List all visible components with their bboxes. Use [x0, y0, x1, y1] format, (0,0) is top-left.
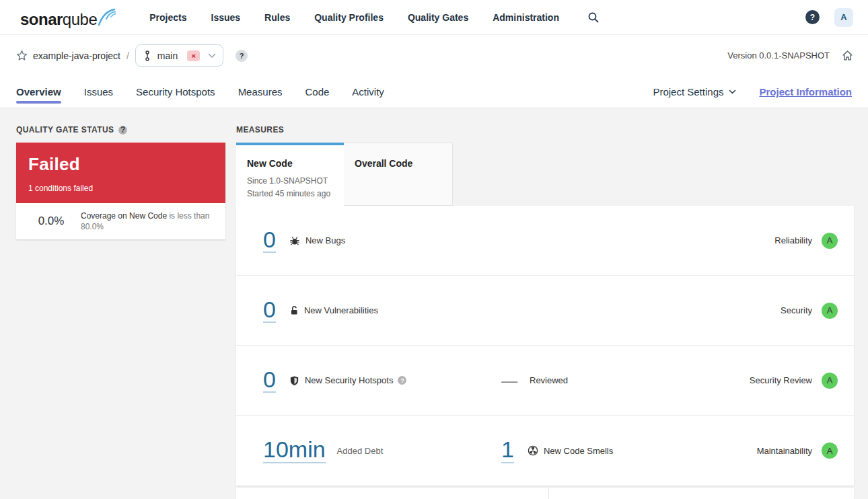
nav-item-quality-profiles[interactable]: Quality Profiles	[314, 12, 384, 23]
overview-content: QUALITY GATE STATUS ? Failed 1 condition…	[0, 108, 868, 499]
measure-row-security-review: 0 New Security Hotspots ? — Reviewed	[236, 346, 854, 416]
project-settings-label: Project Settings	[653, 86, 723, 98]
reliability-label: Reliability	[774, 235, 812, 245]
measures-panel: 0 New Bugs Reliability A	[236, 206, 854, 486]
condition-metric: Coverage on New Code	[81, 211, 167, 221]
breadcrumb-separator: /	[126, 50, 129, 61]
nav-item-quality-gates[interactable]: Quality Gates	[408, 12, 468, 23]
measure-row-reliability: 0 New Bugs Reliability A	[236, 206, 854, 276]
quality-gate-condition-row[interactable]: 0.0% Coverage on New Code is less than 8…	[16, 203, 225, 239]
measures-section: MEASURES New Code Since 1.0-SNAPSHOT Sta…	[236, 125, 854, 499]
logo-wordmark: sonarqube	[20, 7, 97, 28]
tab-security-hotspots[interactable]: Security Hotspots	[136, 76, 215, 108]
quality-gate-section: QUALITY GATE STATUS ? Failed 1 condition…	[13, 125, 225, 239]
condition-value: 0.0%	[26, 215, 77, 228]
security-rating-badge: A	[822, 303, 838, 319]
reviewed-label: Reviewed	[530, 375, 568, 385]
security-review-rating-badge: A	[822, 373, 838, 389]
new-code-smells-count-link[interactable]: 1	[501, 438, 514, 463]
next-section-panels	[236, 488, 854, 499]
branch-icon	[144, 50, 151, 62]
reliability-rating-badge: A	[822, 233, 838, 249]
new-code-smells-label: New Code Smells	[544, 446, 613, 456]
project-settings-dropdown[interactable]: Project Settings	[653, 86, 736, 98]
quality-gate-summary: 1 conditions failed	[28, 184, 213, 193]
nav-item-projects[interactable]: Projects	[149, 12, 186, 23]
quality-gate-help-icon[interactable]: ?	[118, 126, 127, 135]
security-review-label: Security Review	[750, 375, 812, 385]
tab-measures[interactable]: Measures	[238, 76, 283, 108]
bug-icon	[289, 235, 300, 246]
nav-menu: Projects Issues Rules Quality Profiles Q…	[149, 12, 559, 23]
shield-icon	[289, 375, 299, 386]
project-version: Version 0.0.1-SNAPSHOT	[727, 50, 830, 61]
new-security-hotspots-count-link[interactable]: 0	[263, 368, 276, 393]
tab-overall-code[interactable]: Overall Code	[344, 143, 453, 206]
nav-item-issues[interactable]: Issues	[211, 12, 241, 23]
sonarqube-logo[interactable]: sonarqube	[20, 7, 116, 28]
new-code-tab-subtext: Since 1.0-SNAPSHOT Started 45 minutes ag…	[247, 175, 333, 200]
user-avatar[interactable]: A	[834, 8, 853, 27]
project-information-link[interactable]: Project Information	[759, 86, 852, 98]
new-bugs-count-link[interactable]: 0	[263, 228, 276, 254]
overall-code-tab-label: Overall Code	[355, 158, 441, 169]
quality-gate-title: QUALITY GATE STATUS	[16, 125, 114, 135]
nav-right-group: ? A	[805, 8, 853, 27]
security-label: Security	[781, 305, 812, 315]
measures-tabs: New Code Since 1.0-SNAPSHOT Started 45 m…	[236, 143, 854, 206]
nav-item-rules[interactable]: Rules	[264, 12, 290, 23]
breadcrumb-bar: example-java-project / main × ? Version …	[0, 35, 868, 76]
code-smell-icon	[528, 445, 538, 456]
branch-help-icon[interactable]: ?	[236, 50, 248, 62]
added-debt-link[interactable]: 10min	[263, 438, 326, 463]
branch-name: main	[157, 50, 178, 61]
tab-code[interactable]: Code	[305, 76, 329, 108]
tab-issues[interactable]: Issues	[84, 76, 113, 108]
search-icon[interactable]	[587, 11, 600, 24]
project-name-link[interactable]: example-java-project	[33, 50, 120, 61]
reviewed-dash: —	[501, 373, 517, 389]
tabbar-right-group: Project Settings Project Information	[653, 86, 852, 98]
maintainability-rating-badge: A	[822, 443, 838, 459]
project-tabs: Overview Issues Security Hotspots Measur…	[16, 76, 384, 108]
new-security-hotspots-label: New Security Hotspots	[305, 375, 394, 385]
new-bugs-label: New Bugs	[305, 235, 345, 245]
nav-item-administration[interactable]: Administration	[493, 12, 559, 23]
quality-gate-status: Failed	[28, 154, 213, 175]
tab-overview[interactable]: Overview	[16, 76, 61, 108]
maintainability-label: Maintainability	[757, 446, 812, 456]
added-debt-label: Added Debt	[337, 446, 384, 456]
tab-new-code[interactable]: New Code Since 1.0-SNAPSHOT Started 45 m…	[236, 143, 344, 206]
branch-selector[interactable]: main ×	[135, 44, 223, 67]
home-icon[interactable]	[842, 50, 853, 61]
measure-row-security: 0 New Vulnerabilities Security A	[236, 276, 854, 346]
measures-title: MEASURES	[236, 125, 284, 135]
help-icon[interactable]: ?	[805, 10, 820, 24]
branch-clear-icon[interactable]: ×	[187, 50, 200, 61]
condition-description: Coverage on New Code is less than 80.0%	[77, 210, 216, 232]
new-vulnerabilities-count-link[interactable]: 0	[263, 298, 276, 323]
branch-chevron-down-icon	[208, 53, 216, 59]
breadcrumb: example-java-project / main × ?	[16, 44, 248, 67]
duplications-panel-partial	[549, 488, 854, 499]
project-tabbar: Overview Issues Security Hotspots Measur…	[0, 76, 868, 108]
open-lock-icon	[289, 305, 299, 316]
breadcrumb-right-group: Version 0.0.1-SNAPSHOT	[727, 50, 853, 61]
tab-activity[interactable]: Activity	[352, 76, 384, 108]
quality-gate-status-banner: Failed 1 conditions failed	[16, 143, 225, 203]
logo-swoosh-icon	[98, 7, 116, 28]
favorite-star-icon[interactable]	[16, 50, 28, 61]
measure-row-maintainability: 10min Added Debt 1 New Code Smells	[236, 416, 854, 486]
chevron-down-icon	[729, 89, 736, 94]
top-navbar: sonarqube Projects Issues Rules Quality …	[0, 0, 868, 35]
quality-gate-card: Failed 1 conditions failed 0.0% Coverage…	[16, 143, 225, 239]
hotspots-help-icon[interactable]: ?	[398, 376, 406, 385]
new-vulnerabilities-label: New Vulnerabilities	[304, 305, 378, 315]
new-code-tab-label: New Code	[247, 158, 333, 169]
coverage-panel-partial	[236, 488, 549, 499]
